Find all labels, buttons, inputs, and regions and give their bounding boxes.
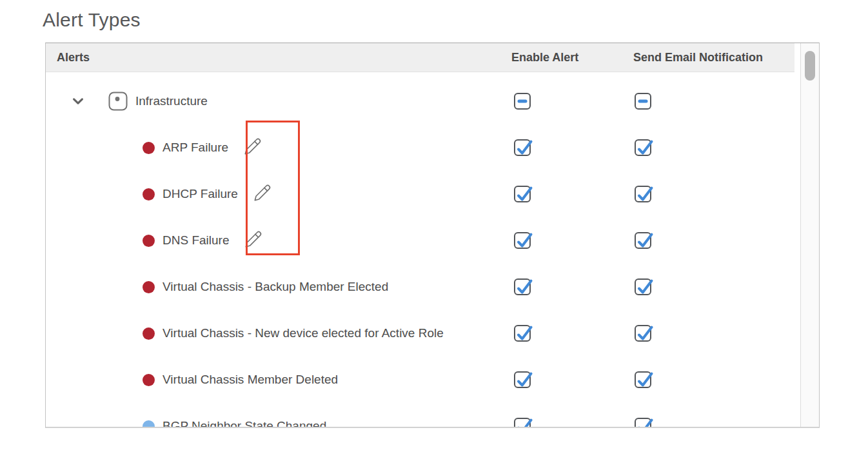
send-email-notification-checkbox[interactable] [635,139,651,156]
checkmark-icon [636,373,653,389]
send-email-notification-checkbox[interactable] [635,186,651,202]
checkmark-icon [515,326,532,343]
send-email-notification-checkbox[interactable] [635,232,651,249]
send-email-notification-checkbox[interactable] [635,93,651,110]
severity-dot-icon [143,188,155,200]
checkmark-icon [636,419,653,428]
column-header-alerts: Alerts [57,43,90,72]
alerts-rows: InfrastructureARP FailureDHCP FailureDNS… [46,78,800,428]
group-type-icon [108,92,128,111]
enable-alert-checkbox[interactable] [514,139,531,156]
checkmark-icon [636,141,653,157]
column-header-send-email-notification: Send Email Notification [633,43,763,72]
severity-dot-icon [143,374,155,386]
alert-row: Virtual Chassis Member Deleted [46,356,800,403]
checkmark-icon [515,373,532,389]
alert-row: BGP Neighbor State Changed [46,403,800,428]
enable-alert-checkbox[interactable] [514,93,531,110]
severity-dot-icon [143,281,155,293]
severity-dot-icon [143,420,155,429]
enable-alert-checkbox[interactable] [514,325,531,342]
send-email-notification-checkbox[interactable] [635,418,651,428]
edit-pencil-icon [244,137,262,155]
alert-label: BGP Neighbor State Changed [163,419,326,428]
checkmark-icon [515,187,532,204]
alert-group-row: Infrastructure [46,78,800,124]
enable-alert-checkbox[interactable] [514,278,531,295]
checkmark-icon [636,280,653,297]
checkmark-icon [515,141,532,157]
alert-label: DHCP Failure [163,187,238,201]
edit-pencil-icon [253,184,271,202]
alert-row: DHCP Failure [46,171,800,217]
alert-types-table: Alerts Enable Alert Send Email Notificat… [45,43,820,428]
alert-label: DNS Failure [163,233,229,248]
send-email-notification-checkbox[interactable] [635,325,651,342]
checkmark-icon [515,233,532,250]
edit-pencil-icon [244,230,262,248]
send-email-notification-checkbox[interactable] [635,371,651,388]
alert-row: ARP Failure [46,124,800,171]
group-label: Infrastructure [135,94,208,108]
send-email-notification-checkbox[interactable] [635,278,651,295]
enable-alert-checkbox[interactable] [514,232,531,249]
edit-alert-button[interactable] [253,184,271,202]
severity-dot-icon [143,235,155,247]
checkmark-icon [636,326,653,343]
enable-alert-checkbox[interactable] [514,186,531,202]
alert-row: Virtual Chassis - New device elected for… [46,310,800,356]
chevron-down-icon [71,94,85,108]
checkmark-icon [636,233,653,250]
severity-dot-icon [143,327,155,340]
alert-label: Virtual Chassis - Backup Member Elected [163,280,388,294]
checkmark-icon [515,419,532,428]
page-title: Alert Types [43,9,141,31]
column-header-enable-alert: Enable Alert [511,43,578,72]
alert-label: ARP Failure [163,141,228,155]
checkmark-icon [636,187,653,204]
enable-alert-checkbox[interactable] [514,371,531,388]
alert-row: DNS Failure [46,217,800,264]
indeterminate-dash-icon [518,100,528,103]
enable-alert-checkbox[interactable] [514,418,531,428]
edit-alert-button[interactable] [244,230,262,248]
severity-dot-icon [143,142,155,154]
alert-label: Virtual Chassis Member Deleted [163,373,338,387]
checkmark-icon [515,280,532,297]
alert-label: Virtual Chassis - New device elected for… [163,326,444,340]
indeterminate-dash-icon [638,100,648,103]
scrollbar-track[interactable] [800,43,819,427]
scrollbar-thumb[interactable] [805,51,815,81]
expand-collapse-button[interactable] [71,94,85,108]
edit-alert-button[interactable] [244,137,262,155]
infrastructure-node-icon [108,92,128,111]
table-header: Alerts Enable Alert Send Email Notificat… [46,43,794,72]
alert-row: Virtual Chassis - Backup Member Elected [46,264,800,310]
